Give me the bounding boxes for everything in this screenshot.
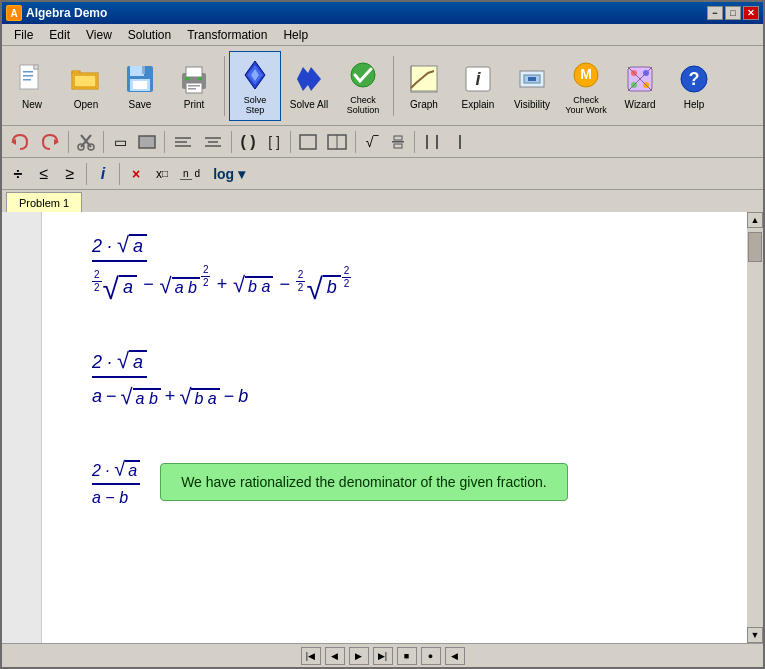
svg-marker-28 [305,67,321,91]
undo-button[interactable] [6,130,34,154]
frac-button[interactable] [386,130,410,154]
nav-record-button[interactable]: ● [421,647,441,665]
wizard-button[interactable]: Wizard [614,51,666,121]
svg-text:M: M [580,66,592,82]
svg-rect-13 [130,66,144,76]
math-expression-2: 2 · √a a − √ a b + √ b [72,348,717,408]
align-left-button[interactable] [169,130,197,154]
box2-button[interactable] [323,130,351,154]
div-button[interactable]: ÷ [6,162,30,186]
explain-button[interactable]: i Explain [452,51,504,121]
svg-rect-14 [142,66,145,74]
log-button[interactable]: log ▾ [209,162,249,186]
graph-button[interactable]: Graph [398,51,450,121]
bottom-bar: |◀ ◀ ▶ ▶| ■ ● ◀ [2,643,763,667]
check-work-button[interactable]: M CheckYour Work [560,51,612,121]
nav-prev-button[interactable]: ◀ [325,647,345,665]
check-work-icon: M [568,57,604,93]
nav-back-button[interactable]: ◀ [445,647,465,665]
problem-tab[interactable]: Problem 1 [6,192,82,212]
svg-rect-5 [23,71,33,73]
menu-transformation[interactable]: Transformation [179,26,275,44]
scroll-down-button[interactable]: ▼ [747,627,763,643]
line-numbers [2,212,42,643]
svg-rect-16 [133,81,147,89]
math-expression-3: 2 · √a a − b We have rationalized the de… [72,458,717,507]
vertical-scrollbar: ▲ ▼ [747,212,763,643]
rect-fill-button[interactable] [134,130,160,154]
tb2-sep2 [103,131,104,153]
open-label: Open [74,99,98,110]
pipe2-button[interactable] [447,130,473,154]
solve-all-button[interactable]: Solve All [283,51,335,121]
new-label: New [22,99,42,110]
solve-step-button[interactable]: SolveStep [229,51,281,121]
nav-first-button[interactable]: |◀ [301,647,321,665]
bracket-button[interactable]: [ ] [262,130,286,154]
save-button[interactable]: Save [114,51,166,121]
rect-outline-button[interactable]: ▭ [108,130,132,154]
svg-rect-21 [198,77,202,80]
cut-button[interactable] [73,130,99,154]
close-button[interactable]: ✕ [743,6,759,20]
check-solution-icon [345,57,381,93]
svg-rect-11 [74,75,96,87]
check-work-label: CheckYour Work [565,95,607,115]
nav-play-button[interactable]: ▶ [349,647,369,665]
maximize-button[interactable]: □ [725,6,741,20]
svg-rect-55 [139,136,155,148]
explain-label: Explain [462,99,495,110]
menu-view[interactable]: View [78,26,120,44]
help-label: Help [684,99,705,110]
menu-file[interactable]: File [6,26,41,44]
check-solution-button[interactable]: CheckSolution [337,51,389,121]
graph-label: Graph [410,99,438,110]
tb2-sep6 [355,131,356,153]
help-button[interactable]: ? Help [668,51,720,121]
svg-rect-23 [188,88,196,90]
secondary-toolbar: ▭ ( ) [ ] √‾ [2,126,763,158]
align-center-button[interactable] [199,130,227,154]
menu-help[interactable]: Help [275,26,316,44]
sqrt-button[interactable]: √‾ [360,130,384,154]
times-button[interactable]: × [124,162,148,186]
geq-button[interactable]: ≥ [58,162,82,186]
svg-rect-20 [185,77,190,80]
pipe1-button[interactable] [419,130,445,154]
explain-icon: i [460,61,496,97]
print-icon [176,61,212,97]
toolbar-sep-2 [393,56,394,116]
visibility-label: Visibility [514,99,550,110]
open-button[interactable]: Open [60,51,112,121]
italic-button[interactable]: i [91,162,115,186]
svg-rect-6 [23,75,33,77]
math-expression-1: 2 · √a 2 2 √ a [72,232,717,298]
subscript-button[interactable]: x□ [150,162,174,186]
menu-edit[interactable]: Edit [41,26,78,44]
open-icon [68,61,104,97]
box-button[interactable] [295,130,321,154]
new-button[interactable]: New [6,51,58,121]
scroll-up-button[interactable]: ▲ [747,212,763,228]
parenthesis-button[interactable]: ( ) [236,130,260,154]
visibility-button[interactable]: Visibility [506,51,558,121]
nav-stop-button[interactable]: ■ [397,647,417,665]
scroll-thumb[interactable] [748,232,762,262]
frac2-button[interactable]: n d [176,162,207,186]
minimize-button[interactable]: − [707,6,723,20]
nav-last-button[interactable]: ▶| [373,647,393,665]
redo-button[interactable] [36,130,64,154]
tb3-sep2 [119,163,120,185]
print-button[interactable]: Print [168,51,220,121]
menu-solution[interactable]: Solution [120,26,179,44]
check-solution-label: CheckSolution [347,95,380,115]
leq-button[interactable]: ≤ [32,162,56,186]
result-message: We have rationalized the denominator of … [181,474,547,490]
math-toolbar: ÷ ≤ ≥ i × x□ n d log ▾ [2,158,763,190]
svg-rect-22 [188,85,200,87]
menu-bar: File Edit View Solution Transformation H… [2,24,763,46]
help-icon: ? [676,61,712,97]
title-bar-buttons[interactable]: − □ ✕ [707,6,759,20]
svg-rect-66 [394,136,402,140]
result-message-box: We have rationalized the denominator of … [160,463,568,501]
